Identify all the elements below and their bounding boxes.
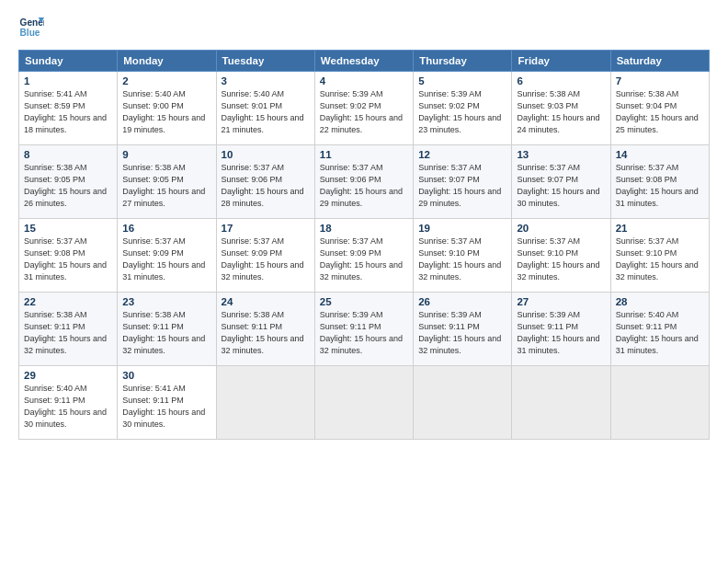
weekday-header: Tuesday bbox=[216, 51, 314, 72]
calendar-day-cell: 7 Sunrise: 5:38 AMSunset: 9:04 PMDayligh… bbox=[610, 72, 709, 145]
day-number: 23 bbox=[122, 296, 210, 307]
calendar-day-cell: 8 Sunrise: 5:38 AMSunset: 9:05 PMDayligh… bbox=[19, 145, 118, 219]
calendar-day-cell bbox=[512, 366, 610, 440]
day-info: Sunrise: 5:37 AMSunset: 9:08 PMDaylight:… bbox=[616, 163, 699, 208]
day-number: 11 bbox=[320, 149, 408, 160]
calendar-day-cell: 27 Sunrise: 5:39 AMSunset: 9:11 PMDaylig… bbox=[512, 293, 610, 366]
calendar-day-cell: 30 Sunrise: 5:41 AMSunset: 9:11 PMDaylig… bbox=[118, 366, 216, 440]
day-number: 14 bbox=[616, 149, 704, 160]
day-number: 13 bbox=[517, 149, 605, 160]
calendar-day-cell: 12 Sunrise: 5:37 AMSunset: 9:07 PMDaylig… bbox=[414, 145, 512, 219]
day-info: Sunrise: 5:40 AMSunset: 9:11 PMDaylight:… bbox=[616, 310, 699, 355]
day-number: 21 bbox=[616, 223, 704, 234]
day-info: Sunrise: 5:40 AMSunset: 9:01 PMDaylight:… bbox=[222, 89, 304, 134]
calendar-day-cell: 16 Sunrise: 5:37 AMSunset: 9:09 PMDaylig… bbox=[118, 219, 216, 293]
weekday-header: Wednesday bbox=[314, 51, 413, 72]
day-info: Sunrise: 5:37 AMSunset: 9:06 PMDaylight:… bbox=[222, 163, 304, 208]
calendar-day-cell: 13 Sunrise: 5:37 AMSunset: 9:07 PMDaylig… bbox=[512, 145, 610, 219]
calendar-week-row: 29 Sunrise: 5:40 AMSunset: 9:11 PMDaylig… bbox=[19, 366, 710, 440]
calendar-day-cell: 6 Sunrise: 5:38 AMSunset: 9:03 PMDayligh… bbox=[512, 72, 610, 145]
calendar-day-cell: 21 Sunrise: 5:37 AMSunset: 9:10 PMDaylig… bbox=[610, 219, 709, 293]
day-number: 3 bbox=[222, 75, 310, 86]
day-number: 17 bbox=[222, 223, 310, 234]
day-info: Sunrise: 5:37 AMSunset: 9:10 PMDaylight:… bbox=[517, 236, 599, 282]
calendar-day-cell: 26 Sunrise: 5:39 AMSunset: 9:11 PMDaylig… bbox=[414, 293, 512, 366]
weekday-header: Friday bbox=[512, 51, 610, 72]
day-info: Sunrise: 5:37 AMSunset: 9:08 PMDaylight:… bbox=[24, 236, 107, 282]
day-number: 2 bbox=[122, 75, 210, 86]
day-number: 19 bbox=[418, 223, 506, 234]
day-info: Sunrise: 5:38 AMSunset: 9:05 PMDaylight:… bbox=[24, 163, 107, 208]
day-number: 8 bbox=[24, 149, 112, 160]
logo: General Blue bbox=[18, 15, 44, 40]
day-number: 18 bbox=[320, 223, 408, 234]
calendar-day-cell: 23 Sunrise: 5:38 AMSunset: 9:11 PMDaylig… bbox=[118, 293, 216, 366]
day-number: 28 bbox=[616, 296, 704, 307]
day-info: Sunrise: 5:38 AMSunset: 9:04 PMDaylight:… bbox=[616, 89, 699, 134]
calendar-day-cell: 4 Sunrise: 5:39 AMSunset: 9:02 PMDayligh… bbox=[314, 72, 413, 145]
day-number: 7 bbox=[616, 75, 704, 86]
calendar-week-row: 15 Sunrise: 5:37 AMSunset: 9:08 PMDaylig… bbox=[19, 219, 710, 293]
day-number: 1 bbox=[24, 75, 112, 86]
calendar-header-row: SundayMondayTuesdayWednesdayThursdayFrid… bbox=[19, 51, 710, 72]
day-info: Sunrise: 5:39 AMSunset: 9:02 PMDaylight:… bbox=[320, 89, 403, 134]
calendar-day-cell: 17 Sunrise: 5:37 AMSunset: 9:09 PMDaylig… bbox=[216, 219, 314, 293]
day-info: Sunrise: 5:39 AMSunset: 9:02 PMDaylight:… bbox=[418, 89, 501, 134]
day-number: 26 bbox=[418, 296, 506, 307]
calendar-day-cell bbox=[414, 366, 512, 440]
day-info: Sunrise: 5:38 AMSunset: 9:05 PMDaylight:… bbox=[122, 163, 205, 208]
weekday-header: Monday bbox=[118, 51, 216, 72]
calendar-day-cell: 20 Sunrise: 5:37 AMSunset: 9:10 PMDaylig… bbox=[512, 219, 610, 293]
calendar-week-row: 1 Sunrise: 5:41 AMSunset: 8:59 PMDayligh… bbox=[19, 72, 710, 145]
day-info: Sunrise: 5:37 AMSunset: 9:10 PMDaylight:… bbox=[418, 236, 501, 282]
calendar-day-cell: 1 Sunrise: 5:41 AMSunset: 8:59 PMDayligh… bbox=[19, 72, 118, 145]
day-info: Sunrise: 5:40 AMSunset: 9:11 PMDaylight:… bbox=[24, 384, 107, 429]
calendar-day-cell: 5 Sunrise: 5:39 AMSunset: 9:02 PMDayligh… bbox=[414, 72, 512, 145]
calendar-day-cell: 18 Sunrise: 5:37 AMSunset: 9:09 PMDaylig… bbox=[314, 219, 413, 293]
day-number: 22 bbox=[24, 296, 112, 307]
day-number: 5 bbox=[418, 75, 506, 86]
calendar-day-cell: 3 Sunrise: 5:40 AMSunset: 9:01 PMDayligh… bbox=[216, 72, 314, 145]
day-info: Sunrise: 5:41 AMSunset: 8:59 PMDaylight:… bbox=[24, 89, 107, 134]
calendar-week-row: 8 Sunrise: 5:38 AMSunset: 9:05 PMDayligh… bbox=[19, 145, 710, 219]
day-info: Sunrise: 5:41 AMSunset: 9:11 PMDaylight:… bbox=[122, 384, 205, 429]
day-number: 15 bbox=[24, 223, 112, 234]
calendar-week-row: 22 Sunrise: 5:38 AMSunset: 9:11 PMDaylig… bbox=[19, 293, 710, 366]
day-number: 4 bbox=[320, 75, 408, 86]
calendar-day-cell: 15 Sunrise: 5:37 AMSunset: 9:08 PMDaylig… bbox=[19, 219, 118, 293]
calendar-day-cell: 14 Sunrise: 5:37 AMSunset: 9:08 PMDaylig… bbox=[610, 145, 709, 219]
weekday-header: Saturday bbox=[610, 51, 709, 72]
day-number: 24 bbox=[222, 296, 310, 307]
weekday-header: Thursday bbox=[414, 51, 512, 72]
day-number: 9 bbox=[122, 149, 210, 160]
day-info: Sunrise: 5:39 AMSunset: 9:11 PMDaylight:… bbox=[517, 310, 599, 355]
day-number: 10 bbox=[222, 149, 310, 160]
day-number: 30 bbox=[122, 370, 210, 381]
day-number: 12 bbox=[418, 149, 506, 160]
page: General Blue SundayMondayTuesdayWednesda… bbox=[0, 0, 728, 563]
day-info: Sunrise: 5:38 AMSunset: 9:03 PMDaylight:… bbox=[517, 89, 599, 134]
header: General Blue bbox=[18, 15, 710, 40]
calendar-day-cell bbox=[314, 366, 413, 440]
day-info: Sunrise: 5:38 AMSunset: 9:11 PMDaylight:… bbox=[24, 310, 107, 355]
calendar-day-cell: 9 Sunrise: 5:38 AMSunset: 9:05 PMDayligh… bbox=[118, 145, 216, 219]
calendar-day-cell: 11 Sunrise: 5:37 AMSunset: 9:06 PMDaylig… bbox=[314, 145, 413, 219]
day-number: 16 bbox=[122, 223, 210, 234]
weekday-header: Sunday bbox=[19, 51, 118, 72]
day-info: Sunrise: 5:38 AMSunset: 9:11 PMDaylight:… bbox=[122, 310, 205, 355]
calendar-day-cell: 28 Sunrise: 5:40 AMSunset: 9:11 PMDaylig… bbox=[610, 293, 709, 366]
calendar-day-cell: 25 Sunrise: 5:39 AMSunset: 9:11 PMDaylig… bbox=[314, 293, 413, 366]
day-info: Sunrise: 5:39 AMSunset: 9:11 PMDaylight:… bbox=[320, 310, 403, 355]
day-info: Sunrise: 5:37 AMSunset: 9:06 PMDaylight:… bbox=[320, 163, 403, 208]
svg-text:Blue: Blue bbox=[20, 28, 40, 38]
calendar-day-cell: 2 Sunrise: 5:40 AMSunset: 9:00 PMDayligh… bbox=[118, 72, 216, 145]
day-info: Sunrise: 5:40 AMSunset: 9:00 PMDaylight:… bbox=[122, 89, 205, 134]
day-info: Sunrise: 5:37 AMSunset: 9:09 PMDaylight:… bbox=[122, 236, 205, 282]
calendar-day-cell: 22 Sunrise: 5:38 AMSunset: 9:11 PMDaylig… bbox=[19, 293, 118, 366]
day-info: Sunrise: 5:37 AMSunset: 9:10 PMDaylight:… bbox=[616, 236, 699, 282]
day-number: 25 bbox=[320, 296, 408, 307]
calendar-day-cell: 24 Sunrise: 5:38 AMSunset: 9:11 PMDaylig… bbox=[216, 293, 314, 366]
day-info: Sunrise: 5:39 AMSunset: 9:11 PMDaylight:… bbox=[418, 310, 501, 355]
day-number: 29 bbox=[24, 370, 112, 381]
calendar-day-cell: 19 Sunrise: 5:37 AMSunset: 9:10 PMDaylig… bbox=[414, 219, 512, 293]
